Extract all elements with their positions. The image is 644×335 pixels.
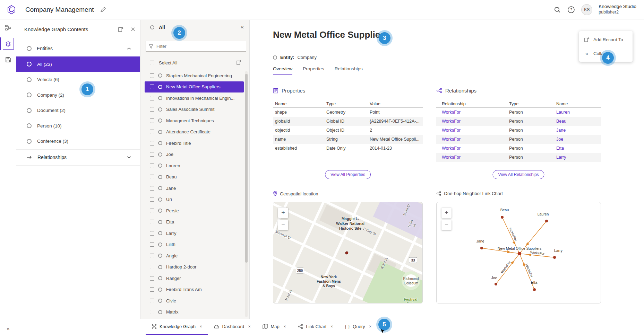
record-link[interactable]: WorksFor xyxy=(436,119,509,124)
close-tab-icon[interactable]: ✕ xyxy=(248,325,251,328)
entity-list-item[interactable]: Lauren xyxy=(145,160,244,171)
zoom-in-button[interactable]: + xyxy=(441,208,452,218)
item-checkbox[interactable] xyxy=(150,276,154,281)
view-all-properties-button[interactable]: View All Properties xyxy=(325,170,371,179)
entity-list-item[interactable]: Joe xyxy=(145,149,244,160)
edit-title-icon[interactable] xyxy=(100,7,106,12)
item-checkbox[interactable] xyxy=(150,220,154,224)
entity-type-document-2-[interactable]: Document (2) xyxy=(16,103,140,118)
item-checkbox[interactable] xyxy=(150,197,154,202)
item-checkbox[interactable] xyxy=(150,141,154,146)
item-checkbox[interactable] xyxy=(150,85,154,89)
entity-list-item[interactable]: Etta xyxy=(145,217,244,228)
entity-list-item[interactable]: Persie xyxy=(145,205,244,217)
rail-layers-button[interactable] xyxy=(0,36,16,52)
record-link[interactable]: WorksFor xyxy=(436,110,509,115)
rail-schema-button[interactable] xyxy=(0,20,16,36)
record-link[interactable]: WorksFor xyxy=(436,146,509,151)
item-checkbox[interactable] xyxy=(150,310,154,314)
close-tab-icon[interactable]: ✕ xyxy=(330,325,333,328)
entity-type-company-2-[interactable]: Company (2) xyxy=(16,87,140,103)
record-link[interactable]: Lauren xyxy=(556,110,601,115)
item-checkbox[interactable] xyxy=(150,299,154,303)
item-checkbox[interactable] xyxy=(150,152,154,157)
entity-list-item[interactable]: New Metal Office Suppliers xyxy=(145,81,244,93)
item-checkbox[interactable] xyxy=(150,175,154,179)
entity-list-item[interactable]: Hardtop 2-door xyxy=(145,262,244,273)
item-checkbox[interactable] xyxy=(150,287,154,292)
record-link[interactable]: WorksFor xyxy=(436,155,509,160)
search-icon[interactable] xyxy=(553,6,561,14)
link-chart-node[interactable] xyxy=(553,256,556,259)
entity-list-item[interactable]: Innovations in Mechanical Engin... xyxy=(145,92,244,104)
record-link[interactable]: Joe xyxy=(556,137,601,142)
record-link[interactable]: Jane xyxy=(556,128,601,133)
entity-list-item[interactable]: Jane xyxy=(145,183,244,194)
record-tab-relationships[interactable]: Relationships xyxy=(335,66,363,75)
link-chart-node[interactable] xyxy=(501,216,504,219)
bottom-tab-map[interactable]: Map✕ xyxy=(257,319,292,335)
close-tab-icon[interactable]: ✕ xyxy=(369,325,372,328)
close-panel-icon[interactable] xyxy=(131,27,135,32)
entity-list-item[interactable]: Firebird Trans Am xyxy=(145,284,244,296)
bottom-tab-knowledge-graph[interactable]: Knowledge Graph✕ xyxy=(146,319,208,335)
link-chart-node[interactable] xyxy=(545,220,548,222)
link-chart-center-node[interactable] xyxy=(518,252,521,255)
record-location-marker[interactable] xyxy=(345,252,349,255)
entity-list-item[interactable]: Uri xyxy=(145,194,244,205)
zoom-out-button[interactable]: − xyxy=(441,220,452,230)
collapse-panel-icon[interactable]: « xyxy=(241,24,244,30)
entity-list-item[interactable]: Larry xyxy=(145,228,244,239)
geospatial-map[interactable]: Maggie L. Walker National Historic Site … xyxy=(273,202,423,303)
zoom-out-button[interactable]: − xyxy=(278,220,288,230)
entity-list-item[interactable]: Attendance Certificate xyxy=(145,126,244,138)
rail-save-button[interactable] xyxy=(0,52,16,68)
select-all-checkbox[interactable] xyxy=(150,61,154,65)
entity-list-item[interactable]: Staplers Mechanical Engineering xyxy=(145,70,244,81)
item-checkbox[interactable] xyxy=(150,107,154,112)
entity-type-vehicle-6-[interactable]: Vehicle (6) xyxy=(16,72,140,88)
bottom-tab-query[interactable]: { }Query✕ xyxy=(339,319,378,335)
entity-list-item[interactable]: Angie xyxy=(145,250,244,262)
item-checkbox[interactable] xyxy=(150,73,154,78)
record-link[interactable]: Etta xyxy=(556,146,601,151)
view-all-relationships-button[interactable]: View All Relationships xyxy=(492,170,544,179)
entity-type-person-10-[interactable]: Person (10) xyxy=(16,118,140,134)
add-record-icon[interactable] xyxy=(118,26,124,32)
zoom-in-button[interactable]: + xyxy=(278,208,288,218)
relationships-section-header[interactable]: Relationships xyxy=(16,150,140,165)
item-checkbox[interactable] xyxy=(150,130,154,134)
item-checkbox[interactable] xyxy=(150,242,154,247)
close-tab-icon[interactable]: ✕ xyxy=(199,325,202,328)
app-logo-icon[interactable] xyxy=(7,5,16,15)
item-checkbox[interactable] xyxy=(150,164,154,168)
filter-input[interactable] xyxy=(156,43,243,49)
item-checkbox[interactable] xyxy=(150,209,154,213)
item-checkbox[interactable] xyxy=(150,254,154,258)
item-checkbox[interactable] xyxy=(150,118,154,123)
entity-type-conference-3-[interactable]: Conference (3) xyxy=(16,134,140,149)
entity-list-item[interactable]: Beau xyxy=(145,171,244,183)
add-records-icon[interactable] xyxy=(236,60,242,65)
entity-list-item[interactable]: Managment Techniques xyxy=(145,115,244,126)
record-tab-properties[interactable]: Properties xyxy=(303,66,324,75)
record-link[interactable]: WorksFor xyxy=(436,128,509,133)
entity-list-item[interactable]: Firebird Title xyxy=(145,138,244,149)
entity-list-item[interactable]: Sales Associate Summit xyxy=(145,104,244,115)
entity-type-all-23-[interactable]: All (23) xyxy=(16,56,140,72)
entity-list-item[interactable]: Matrix xyxy=(145,307,244,318)
item-checkbox[interactable] xyxy=(150,96,154,100)
item-checkbox[interactable] xyxy=(150,231,154,236)
item-checkbox[interactable] xyxy=(150,186,154,191)
expand-rail-icon[interactable]: » xyxy=(0,326,16,332)
link-chart-node[interactable] xyxy=(533,288,536,291)
menu-item-add-record-to[interactable]: Add Record To xyxy=(579,33,633,46)
scrollbar-thumb[interactable] xyxy=(245,74,248,263)
entity-list-item[interactable]: Civic xyxy=(145,295,244,307)
record-link[interactable]: Beau xyxy=(556,119,601,124)
close-tab-icon[interactable]: ✕ xyxy=(283,325,286,328)
link-chart-node[interactable] xyxy=(495,283,497,285)
item-checkbox[interactable] xyxy=(150,265,154,269)
record-tab-overview[interactable]: Overview xyxy=(273,66,292,75)
bottom-tab-link-chart[interactable]: Link Chart✕ xyxy=(292,319,339,335)
